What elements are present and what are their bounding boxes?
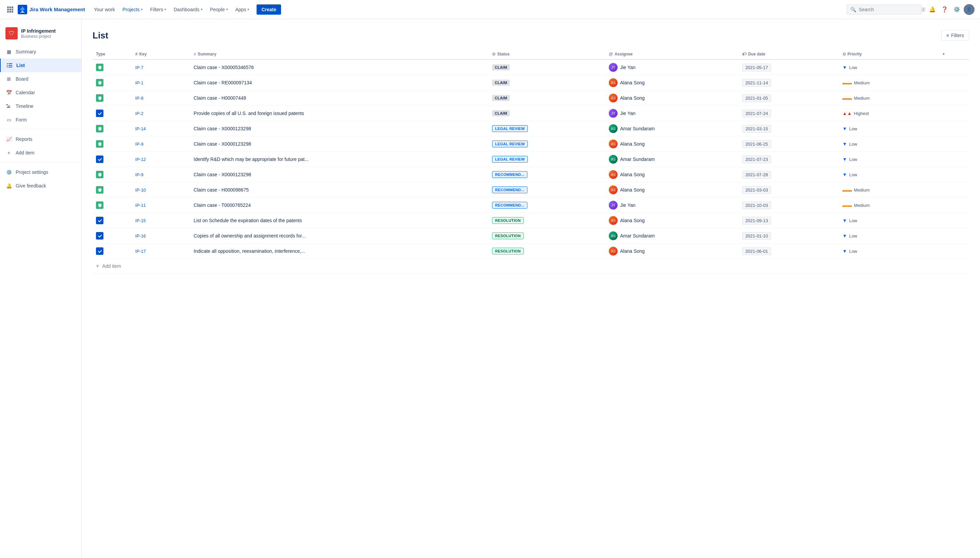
cell-add [939,136,969,152]
cell-key[interactable]: IP-16 [132,228,190,244]
table-row[interactable]: IP-9 Claim case - X0000123298 RECOMMEND.… [92,167,969,182]
row-summary: Claim case - H00007448 [194,95,246,101]
cell-priority: ▬▬ Medium [839,75,939,90]
col-header-assignee[interactable]: @ Assignee [605,49,739,59]
logo[interactable]: Jira Work Management [18,5,85,14]
nav-projects[interactable]: Projects ▾ [119,5,146,14]
table-row[interactable]: IP-15 List on Schedule the expiration da… [92,213,969,228]
cell-assignee: AS Amar Sundaram [605,152,739,167]
col-header-key[interactable]: # Key [132,49,190,59]
nav-your-work[interactable]: Your work [90,5,118,14]
app-switcher-icon[interactable] [5,5,15,14]
nav-dashboards[interactable]: Dashboards ▾ [170,5,206,14]
status-badge: RECOMMEND... [492,171,527,178]
search-box[interactable]: 🔍 / [847,5,921,15]
cell-key[interactable]: IP-2 [132,106,190,121]
due-date: 2021-07-24 [742,110,771,117]
cell-key[interactable]: IP-17 [132,244,190,259]
priority-icon: ▼ [842,156,847,162]
sidebar-item-timeline[interactable]: Timeline [0,99,81,113]
sidebar-item-reports[interactable]: 📈 Reports [0,132,81,146]
help-icon[interactable]: ❓ [939,4,950,15]
row-key[interactable]: IP-9 [135,141,144,147]
sidebar-item-board[interactable]: ⊞ Board [0,72,81,86]
cell-key[interactable]: IP-1 [132,75,190,90]
cell-key[interactable]: IP-9 [132,167,190,182]
row-key[interactable]: IP-10 [135,187,146,192]
project-type: Business project [21,34,56,39]
status-badge: RECOMMEND... [492,202,527,208]
row-key[interactable]: IP-7 [135,65,144,70]
table-row[interactable]: IP-8 Claim case - H00007448 CLAIM AS Ala… [92,90,969,106]
col-header-status[interactable]: ⊙ Status [489,49,605,59]
sidebar-item-form[interactable]: ▭ Form [0,113,81,126]
cell-key[interactable]: IP-9 [132,136,190,152]
table-row[interactable]: IP-9 Claim case - X0000123298 LEGAL REVI… [92,136,969,152]
svg-rect-2 [11,7,13,8]
row-key[interactable]: IP-17 [135,249,146,254]
cell-key[interactable]: IP-15 [132,213,190,228]
priority-label: Low [849,65,857,70]
priority-icon: ▬▬ [842,80,852,85]
col-header-priority[interactable]: ⊙ Priority [839,49,939,59]
cell-key[interactable]: IP-10 [132,182,190,198]
sidebar-item-label: Timeline [16,103,33,109]
table-row[interactable]: IP-12 Identify R&D which may be appropri… [92,152,969,167]
col-header-summary[interactable]: ≡ Summary [190,49,489,59]
table-row[interactable]: IP-7 Claim case - X00005346576 CLAIM JY … [92,59,969,75]
priority-icon: ▼ [842,126,847,131]
search-input[interactable] [859,7,918,12]
row-key[interactable]: IP-12 [135,157,146,162]
nav-filters[interactable]: Filters ▾ [147,5,169,14]
table-row[interactable]: IP-1 Claim case - RE000097134 CLAIM AS A… [92,75,969,90]
type-icon-shield [96,125,103,132]
cell-key[interactable]: IP-12 [132,152,190,167]
avatar: AS [609,231,617,240]
sidebar-item-give-feedback[interactable]: 🔔 Give feedback [0,179,81,192]
sidebar-item-list[interactable]: List [0,59,81,72]
assignee-name: Alana Song [620,172,645,177]
cell-key[interactable]: IP-8 [132,90,190,106]
row-key[interactable]: IP-16 [135,233,146,238]
col-header-duedate[interactable]: 🏷 Due date [739,49,839,59]
priority-cell: ▼ Low [842,126,936,131]
table-row[interactable]: IP-11 Claim case - T0000765224 RECOMMEND… [92,198,969,213]
row-key[interactable]: IP-2 [135,111,144,116]
nav-apps[interactable]: Apps ▾ [232,5,253,14]
filters-button[interactable]: ≡ Filters [941,30,969,41]
nav-people[interactable]: People ▾ [207,5,231,14]
col-header-add[interactable]: + [939,49,969,59]
priority-icon: ▬▬ [842,187,852,192]
cell-type [92,182,132,198]
priority-cell: ▬▬ Medium [842,80,936,85]
col-header-type: Type [92,49,132,59]
due-date: 2021-06-25 [742,140,771,148]
table-row[interactable]: IP-16 Copies of all ownership and assign… [92,228,969,244]
cell-key[interactable]: IP-14 [132,121,190,136]
svg-rect-12 [7,65,8,66]
assignee-name: Alana Song [620,95,645,101]
table-row[interactable]: IP-2 Provide copies of all U.S. and fore… [92,106,969,121]
add-item-row[interactable]: + Add item [92,259,969,274]
settings-icon[interactable]: ⚙️ [951,4,962,15]
row-key[interactable]: IP-8 [135,95,144,101]
add-item-cell[interactable]: + Add item [92,259,969,274]
row-key[interactable]: IP-15 [135,218,146,223]
notifications-icon[interactable]: 🔔 [927,4,938,15]
row-key[interactable]: IP-9 [135,172,144,177]
assignee-name: Amar Sundaram [620,126,655,131]
row-key[interactable]: IP-11 [135,203,146,208]
table-row[interactable]: IP-14 Claim case - X0000123298 LEGAL REV… [92,121,969,136]
sidebar-item-project-settings[interactable]: ⚙️ Project settings [0,165,81,179]
cell-key[interactable]: IP-7 [132,59,190,75]
create-button[interactable]: Create [256,5,281,15]
sidebar-item-calendar[interactable]: 📅 Calendar [0,86,81,99]
table-row[interactable]: IP-10 Claim case - H000098675 RECOMMEND.… [92,182,969,198]
user-avatar[interactable]: 👤 [964,4,975,15]
row-key[interactable]: IP-1 [135,80,144,85]
cell-key[interactable]: IP-11 [132,198,190,213]
sidebar-item-add-item[interactable]: + Add item [0,146,81,159]
row-key[interactable]: IP-14 [135,126,146,131]
sidebar-item-summary[interactable]: ▦ Summary [0,45,81,59]
table-row[interactable]: IP-17 Indicate all opposition, reexamina… [92,244,969,259]
